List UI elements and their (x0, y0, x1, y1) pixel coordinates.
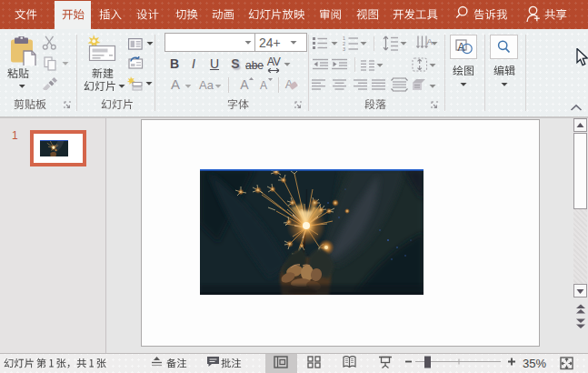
svg-text:3: 3 (343, 46, 345, 51)
